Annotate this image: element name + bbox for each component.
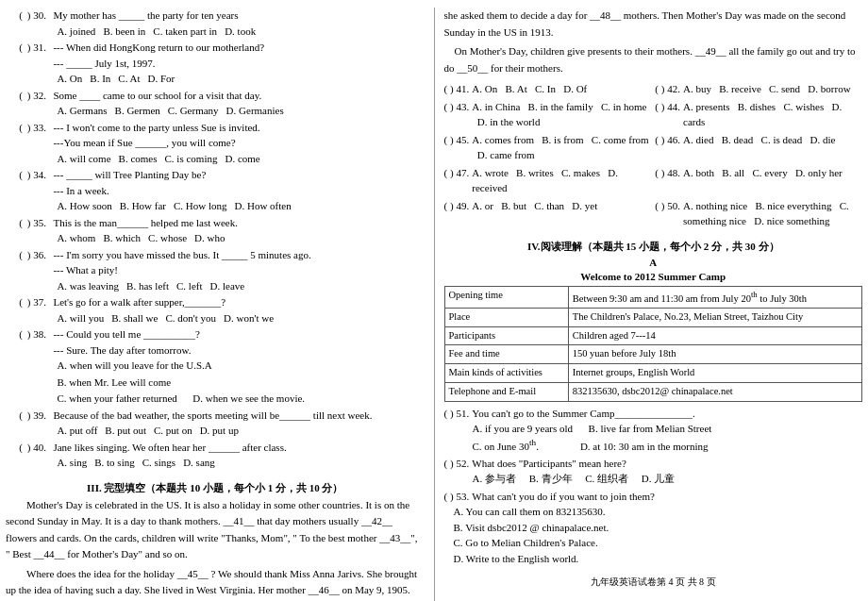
question-52: ( ) 52. What does "Participants" mean he… xyxy=(444,456,863,487)
question-35: ( ) 35. This is the man______ helped me … xyxy=(6,215,425,246)
question-33: ( ) 33. --- I won't come to the party un… xyxy=(6,120,425,167)
question-41: ( ) 41. A. On B. At C. In D. Of xyxy=(444,81,652,97)
question-40: ( ) 40. Jane likes singing. We often hea… xyxy=(6,440,425,471)
table-value-place: The Children's Palace, No.23, Melian Str… xyxy=(568,309,861,327)
question-51: ( ) 51. You can't go to the Summer Camp_… xyxy=(444,406,863,454)
question-46: ( ) 46. A. died B. dead C. is dead D. di… xyxy=(655,132,862,163)
section-iv-title: IV.阅读理解（本题共 15 小题，每个小 2 分，共 30 分） xyxy=(444,240,863,254)
q39-options: A. put off B. put out C. put on D. put u… xyxy=(57,423,424,439)
q31-prefix: ( xyxy=(6,40,23,56)
section-iii-title: III. 完型填空（本题共 10 小题，每个小 1 分，共 10 分） xyxy=(6,481,425,495)
questions-30-40: ( ) 30. My mother has _____ the party fo… xyxy=(6,8,425,472)
q30-text: My mother has _____ the party for ten ye… xyxy=(53,8,424,24)
question-30: ( ) 30. My mother has _____ the party fo… xyxy=(6,8,425,39)
table-label-contact: Telephone and E-mail xyxy=(444,382,568,401)
fill-para-2: Where does the idea for the holiday __45… xyxy=(6,566,425,601)
table-label-activities: Main kinds of activities xyxy=(444,364,568,383)
camp-table: Opening time Between 9:30 am and 11:30 a… xyxy=(444,286,863,402)
table-row-opening: Opening time Between 9:30 am and 11:30 a… xyxy=(444,286,862,308)
question-43: ( ) 43. A. in China B. in the family C. … xyxy=(444,99,652,130)
right-intro: she asked them to decide a day for __48_… xyxy=(444,8,863,79)
table-row-place: Place The Children's Palace, No.23, Meli… xyxy=(444,309,862,327)
question-45: ( ) 45. A. comes from B. is from C. come… xyxy=(444,132,652,163)
q37-options: A. will you B. shall we C. don't you D. … xyxy=(57,310,424,326)
camp-title: Welcome to 2012 Summer Camp xyxy=(444,271,863,282)
q30-options: A. joined B. been in C. taken part in D.… xyxy=(57,24,424,40)
question-44: ( ) 44. A. presents B. dishes C. wishes … xyxy=(655,99,862,130)
question-49: ( ) 49. A. or B. but C. than D. yet xyxy=(444,198,652,229)
section-iii: III. 完型填空（本题共 10 小题，每个小 1 分，共 10 分） Moth… xyxy=(6,477,425,602)
right-column: she asked them to decide a day for __48_… xyxy=(444,8,863,601)
table-row-contact: Telephone and E-mail 832135630, dsbc2012… xyxy=(444,382,862,401)
q40-options: A. sing B. to sing C. sings D. sang xyxy=(57,455,424,471)
q31-options: A. On B. In C. At D. For xyxy=(57,71,424,87)
table-label-fee: Fee and time xyxy=(444,345,568,364)
q36-options: A. was leaving B. has left C. left D. le… xyxy=(57,278,424,294)
table-label-opening: Opening time xyxy=(444,286,568,308)
question-39: ( ) 39. Because of the bad weather, the … xyxy=(6,408,425,439)
right-footer: 九年级英语试卷第 4 页 共 8 页 xyxy=(444,576,863,589)
q30-prefix: ( xyxy=(6,8,23,24)
table-value-opening: Between 9:30 am and 11:30 am from July 2… xyxy=(568,286,861,308)
q30-opt-a: A. joined xyxy=(57,24,95,40)
q33-options: A. will come B. comes C. is coming D. co… xyxy=(57,151,424,167)
table-value-contact: 832135630, dsbc2012@ chinapalace.net xyxy=(568,382,861,401)
q30-opt-b: B. been in xyxy=(103,24,145,40)
table-value-activities: Internet groups, English World xyxy=(568,364,861,383)
left-column: ( ) 30. My mother has _____ the party fo… xyxy=(6,8,425,601)
question-53: ( ) 53. What can't you do if you want to… xyxy=(444,489,863,567)
q31-text: --- When did HongKong return to our moth… xyxy=(53,40,424,56)
question-32: ( ) 32. Some ____ came to our school for… xyxy=(6,88,425,119)
question-36: ( ) 36. --- I'm sorry you have missed th… xyxy=(6,247,425,294)
q32-options: A. Germans B. Germen C. Germany D. Germa… xyxy=(57,103,424,119)
table-label-participants: Participants xyxy=(444,326,568,345)
question-50: ( ) 50. A. nothing nice B. nice everythi… xyxy=(655,198,862,229)
question-38: ( ) 38. --- Could you tell me __________… xyxy=(6,326,425,407)
table-label-place: Place xyxy=(444,309,568,327)
question-31: ( ) 31. --- When did HongKong return to … xyxy=(6,40,425,87)
q35-options: A. whom B. which C. whose D. who xyxy=(57,230,424,246)
questions-41-50: ( ) 41. A. On B. At C. In D. Of ( ) 42. … xyxy=(444,81,863,230)
q34-options: A. How soon B. How far C. How long D. Ho… xyxy=(57,198,424,214)
q30-content: My mother has _____ the party for ten ye… xyxy=(53,8,424,39)
table-row-participants: Participants Children aged 7---14 xyxy=(444,326,862,345)
question-37: ( ) 37. Let's go for a walk after supper… xyxy=(6,294,425,326)
question-48: ( ) 48. A. both B. all C. every D. only … xyxy=(655,165,862,196)
q30-number: 30. xyxy=(30,8,51,24)
table-value-participants: Children aged 7---14 xyxy=(568,326,861,345)
column-divider xyxy=(434,8,435,601)
table-value-fee: 150 yuan before July 18th xyxy=(568,345,861,364)
question-34: ( ) 34. --- _____ will Tree Planting Day… xyxy=(6,167,425,214)
table-row-activities: Main kinds of activities Internet groups… xyxy=(444,364,862,383)
q32-text: Some ____ came to our school for a visit… xyxy=(53,88,424,104)
q30-opt-c: C. taken part in xyxy=(153,24,217,40)
q30-opt-d: D. took xyxy=(225,24,256,40)
table-row-fee: Fee and time 150 yuan before July 18th xyxy=(444,345,862,364)
section-iv: IV.阅读理解（本题共 15 小题，每个小 2 分，共 30 分） A Welc… xyxy=(444,236,863,568)
subsection-a: A xyxy=(444,257,863,268)
q31-subtext: --- _____ July 1st, 1997. xyxy=(53,56,424,72)
question-47: ( ) 47. A. wrote B. writes C. makes D. r… xyxy=(444,165,652,196)
q38-options: A. when will you leave for the U.S.A B. … xyxy=(57,358,424,407)
page-container: ( ) 30. My mother has _____ the party fo… xyxy=(0,0,868,601)
fill-para-1: Mother's Day is celebrated in the US. It… xyxy=(6,497,425,563)
question-42: ( ) 42. A. buy B. receive C. send D. bor… xyxy=(655,81,862,97)
